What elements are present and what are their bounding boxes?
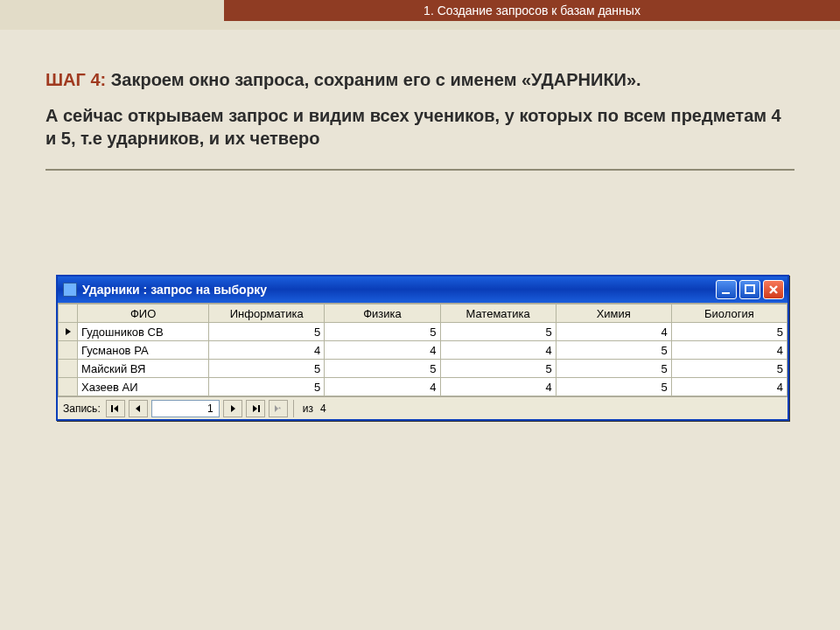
cell-value[interactable]: 4 [440,378,556,396]
cell-fio[interactable]: Майский ВЯ [78,360,209,378]
cell-fio[interactable]: Гудошников СВ [78,323,209,341]
section-header-text: 1. Создание запросов к базам данных [424,4,640,18]
close-button[interactable] [763,280,784,299]
cell-value[interactable]: 4 [671,378,787,396]
table-row[interactable]: Майский ВЯ 5 5 5 5 5 [59,360,788,378]
window-title: Ударники : запрос на выборку [82,283,716,297]
cell-value[interactable]: 5 [556,378,671,396]
maximize-icon [744,284,756,296]
maximize-button[interactable] [739,280,760,299]
new-record-icon: * [274,404,283,413]
table-row[interactable]: Гудошников СВ 5 5 5 4 5 [59,323,788,341]
svg-marker-9 [253,405,257,412]
svg-rect-1 [746,285,754,293]
minimize-button[interactable] [716,280,737,299]
cell-value[interactable]: 5 [556,360,671,378]
query-window: Ударники : запрос на выборку ФИО [56,275,789,421]
cell-value[interactable]: 5 [209,378,325,396]
nav-label: Запись: [63,402,101,415]
svg-marker-8 [231,405,235,412]
nav-total: 4 [320,402,326,415]
current-row-icon [64,327,73,336]
column-header[interactable]: Математика [440,304,556,323]
step-text: Закроем окно запроса, сохраним его с име… [106,70,640,89]
divider [46,169,794,171]
table-row[interactable]: Гусманов РА 4 4 4 5 4 [59,341,788,360]
nav-next-button[interactable] [223,400,242,417]
row-selector-header[interactable] [59,304,78,323]
nav-current-input[interactable] [151,400,220,417]
svg-marker-6 [114,405,118,412]
cell-value[interactable]: 5 [325,360,440,378]
nav-separator [293,400,294,417]
record-navigator: Запись: * из 4 [58,396,788,419]
nav-first-button[interactable] [106,400,125,417]
row-selector[interactable] [59,360,78,378]
row-selector[interactable] [59,341,78,360]
table-row[interactable]: Хазеев АИ 5 4 4 5 4 [59,378,788,396]
section-header: 1. Создание запросов к базам данных [224,0,840,21]
nav-new-button[interactable]: * [269,400,288,417]
cell-value[interactable]: 5 [209,360,325,378]
nav-prev-button[interactable] [129,400,148,417]
svg-marker-7 [136,405,140,412]
cell-value[interactable]: 5 [209,323,325,341]
row-selector[interactable] [59,323,78,341]
svg-rect-10 [258,405,260,412]
cell-value[interactable]: 4 [671,341,787,360]
window-icon [63,283,77,297]
cell-value[interactable]: 5 [325,323,440,341]
cell-value[interactable]: 4 [440,341,556,360]
last-icon [251,404,260,413]
prev-icon [134,404,143,413]
column-header[interactable]: Биология [671,304,787,323]
cell-fio[interactable]: Хазеев АИ [78,378,209,396]
cell-value[interactable]: 4 [209,341,325,360]
column-header[interactable]: ФИО [78,304,209,323]
next-icon [228,404,237,413]
svg-marker-4 [66,328,71,335]
cell-value[interactable]: 5 [440,323,556,341]
svg-rect-5 [111,405,113,412]
first-icon [111,404,120,413]
cell-value[interactable]: 4 [325,378,440,396]
header-row: ФИО Информатика Физика Математика Химия … [59,304,788,323]
cell-value[interactable]: 5 [671,323,787,341]
minimize-icon [720,284,732,296]
cell-value[interactable]: 4 [325,341,440,360]
cell-value[interactable]: 5 [440,360,556,378]
column-header[interactable]: Информатика [209,304,325,323]
window-titlebar: Ударники : запрос на выборку [58,276,788,303]
nav-last-button[interactable] [246,400,265,417]
cell-fio[interactable]: Гусманов РА [78,341,209,360]
body-text: А сейчас открываем запрос и видим всех у… [46,104,794,150]
data-grid: ФИО Информатика Физика Математика Химия … [58,303,788,396]
cell-value[interactable]: 5 [556,341,671,360]
column-header[interactable]: Физика [325,304,440,323]
column-header[interactable]: Химия [556,304,671,323]
row-selector[interactable] [59,378,78,396]
cell-value[interactable]: 4 [556,323,671,341]
cell-value[interactable]: 5 [671,360,787,378]
svg-rect-0 [722,292,730,294]
svg-text:*: * [278,405,281,413]
close-icon [767,284,780,296]
nav-of-label: из [303,402,313,415]
step-label: ШАГ 4: [46,70,106,89]
